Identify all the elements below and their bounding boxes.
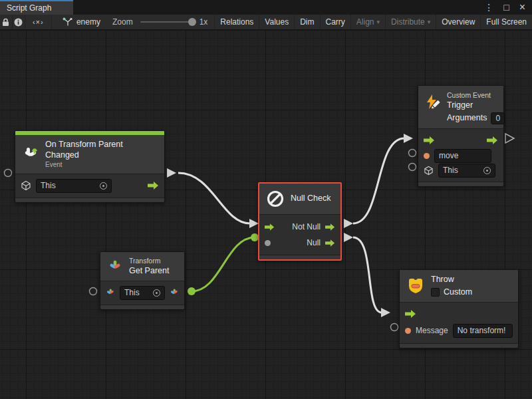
- wire-getparent-to-nullcheck: [192, 237, 255, 291]
- graph-name-label: enemy: [76, 17, 100, 27]
- transform-output-icon[interactable]: [170, 288, 179, 297]
- gameobject-cube-icon: [424, 166, 434, 176]
- align-button[interactable]: Align▾: [351, 15, 386, 29]
- zoom-control: Zoom 1x: [110, 15, 215, 29]
- node-category: Transform: [129, 257, 169, 266]
- value-input-dot[interactable]: [265, 240, 271, 246]
- node-trigger-custom-event[interactable]: Custom Event Trigger Arguments 0: [418, 85, 504, 187]
- lock-icon: [2, 18, 9, 27]
- object-picker-icon[interactable]: [483, 167, 491, 174]
- node-title: Get Parent: [129, 266, 169, 277]
- dim-button[interactable]: Dim: [295, 15, 320, 29]
- null-check-icon: [266, 190, 285, 208]
- flow-input-arrow-icon[interactable]: [265, 223, 275, 231]
- nullcheck-notnull-output-port[interactable]: [344, 219, 353, 228]
- node-footer: [15, 198, 164, 202]
- null-port-label: Null: [307, 238, 321, 247]
- flow-output-arrow-icon[interactable]: [325, 239, 335, 247]
- throw-message-input-port[interactable]: [391, 324, 398, 331]
- node-title: Throw: [431, 275, 472, 285]
- nullcheck-null-output-port[interactable]: [344, 233, 353, 242]
- getparent-target-input-port[interactable]: [90, 288, 97, 295]
- node-footer: [259, 255, 340, 259]
- overview-button[interactable]: Overview: [436, 15, 481, 29]
- trigger-name-input-port[interactable]: [409, 150, 416, 157]
- node-footer: [100, 305, 184, 309]
- trigger-target-input-port[interactable]: [409, 164, 416, 171]
- error-icon: [406, 277, 425, 295]
- close-icon[interactable]: ×: [519, 2, 525, 13]
- info-icon: [14, 18, 23, 27]
- breadcrumb[interactable]: ‹×›: [25, 15, 52, 29]
- getparent-value-output-port[interactable]: [188, 287, 196, 295]
- string-input-dot[interactable]: [405, 328, 411, 334]
- relations-button[interactable]: Relations: [215, 15, 259, 29]
- target-field[interactable]: This: [120, 286, 165, 300]
- trigger-flow-input-arrowhead[interactable]: [404, 134, 413, 143]
- wire-event-to-nullcheck: [178, 173, 250, 223]
- info-button[interactable]: [13, 15, 25, 29]
- node-get-parent[interactable]: Transform Get Parent This: [100, 251, 185, 310]
- node-throw[interactable]: Throw Custom Message No transform!: [399, 269, 519, 348]
- flow-output-arrow-icon[interactable]: [325, 223, 335, 231]
- node-category: Custom Event: [447, 91, 505, 100]
- trigger-flow-output-port[interactable]: [505, 134, 514, 143]
- object-picker-icon[interactable]: [153, 289, 160, 297]
- flow-input-arrow-icon[interactable]: [405, 310, 416, 318]
- maximize-icon[interactable]: □: [503, 3, 509, 12]
- transform-event-icon: [22, 146, 39, 163]
- node-title: Null Check: [291, 194, 331, 204]
- zoom-value: 1x: [200, 17, 208, 27]
- message-label: Message: [416, 326, 448, 335]
- full-screen-button[interactable]: Full Screen: [481, 15, 532, 29]
- event-target-input-port[interactable]: [5, 170, 12, 177]
- flow-output-arrow-icon[interactable]: [148, 182, 159, 190]
- window-controls: ⋮ □ ×: [484, 0, 532, 15]
- tab-title: Script Graph: [7, 3, 51, 13]
- wire-null-to-throw: [353, 237, 382, 313]
- node-title: Trigger: [447, 100, 505, 111]
- graph-canvas[interactable]: On Transform Parent Changed Event This: [0, 30, 532, 399]
- node-on-transform-parent-changed[interactable]: On Transform Parent Changed Event This: [15, 130, 165, 203]
- graph-icon: [63, 17, 72, 27]
- chevron-down-icon: ▾: [377, 19, 380, 25]
- throw-flow-input-arrowhead[interactable]: [381, 308, 390, 317]
- custom-checkbox-label: Custom: [444, 287, 472, 298]
- tab-script-graph[interactable]: Script Graph: [0, 0, 73, 15]
- zoom-label: Zoom: [112, 17, 133, 27]
- event-name-field[interactable]: move: [434, 149, 491, 163]
- transform-input-icon[interactable]: [106, 288, 115, 297]
- target-field[interactable]: This: [438, 164, 495, 178]
- window-menu-icon[interactable]: ⋮: [484, 3, 493, 12]
- graph-name-group: enemy: [52, 15, 110, 29]
- graph-toolbar: ‹×› enemy Zoom 1x Relations Values Dim C…: [0, 15, 532, 30]
- carry-button[interactable]: Carry: [321, 15, 351, 29]
- gameobject-cube-icon: [21, 180, 31, 191]
- tab-bar: Script Graph ⋮ □ ×: [0, 0, 532, 15]
- node-footer: [400, 343, 518, 348]
- arguments-label: Arguments: [447, 113, 487, 124]
- not-null-port-label: Not Null: [292, 222, 321, 231]
- object-picker-icon[interactable]: [100, 182, 107, 190]
- flow-output-arrow-icon[interactable]: [487, 136, 498, 144]
- node-title: On Transform Parent Changed: [45, 140, 158, 160]
- node-footer: [418, 182, 503, 186]
- flow-input-arrow-icon[interactable]: [424, 136, 435, 144]
- distribute-button[interactable]: Distribute▾: [386, 15, 436, 29]
- nullcheck-flow-input-arrowhead[interactable]: [249, 219, 259, 228]
- zoom-slider-handle[interactable]: [188, 18, 196, 26]
- custom-checkbox[interactable]: [431, 288, 440, 297]
- node-null-check[interactable]: Null Check Not Null Null: [258, 182, 342, 261]
- zoom-slider[interactable]: [140, 21, 195, 23]
- arguments-field[interactable]: 0: [491, 112, 505, 124]
- lock-button[interactable]: [0, 15, 13, 29]
- wire-notnull-to-trigger: [353, 138, 404, 223]
- transform-icon: [107, 259, 123, 275]
- string-input-dot[interactable]: [424, 153, 430, 159]
- breadcrumb-icon: ‹×›: [33, 18, 44, 26]
- message-field[interactable]: No transform!: [453, 324, 513, 338]
- target-field[interactable]: This: [36, 179, 112, 193]
- event-flow-output-port[interactable]: [167, 168, 176, 178]
- values-button[interactable]: Values: [259, 15, 295, 29]
- node-subtitle: Event: [45, 160, 158, 169]
